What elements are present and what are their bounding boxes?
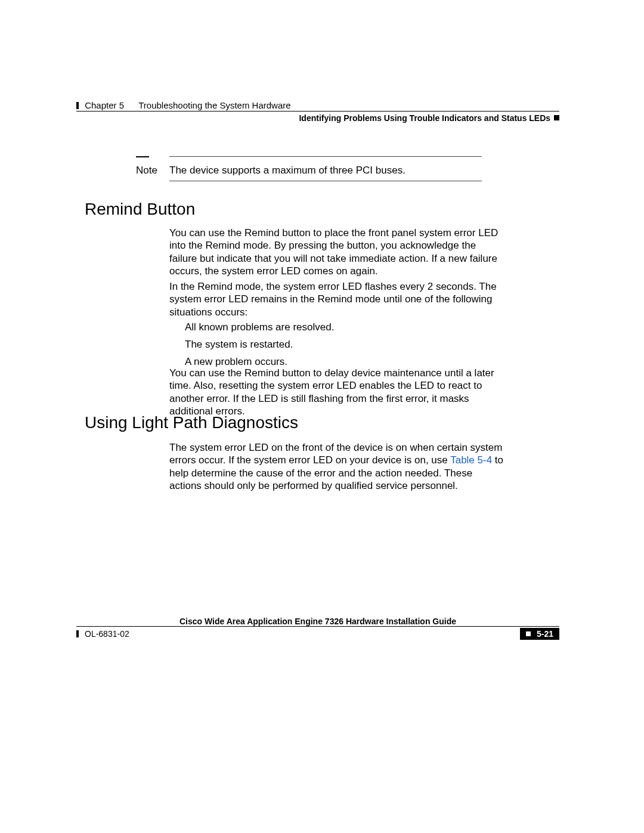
paragraph: You can use the Remind button to place t… bbox=[169, 227, 506, 277]
heading-light-path: Using Light Path Diagnostics bbox=[85, 414, 298, 432]
note-bottom-rule bbox=[169, 181, 482, 181]
running-header: Chapter 5 Troubleshooting the System Har… bbox=[76, 100, 559, 111]
page-footer: Cisco Wide Area Application Engine 7326 … bbox=[76, 614, 559, 641]
section-path-text: Identifying Problems Using Trouble Indic… bbox=[299, 113, 550, 123]
paragraph: In the Remind mode, the system error LED… bbox=[169, 280, 506, 318]
chapter-title: Troubleshooting the System Hardware bbox=[138, 100, 290, 110]
table-link[interactable]: Table 5-4 bbox=[450, 454, 492, 466]
footer-rule bbox=[76, 626, 559, 627]
bullet-list: All known problems are resolved. The sys… bbox=[185, 319, 495, 371]
note-top-rule-short bbox=[136, 156, 149, 157]
chapter-number: Chapter 5 bbox=[85, 100, 124, 110]
note-block: Note The device supports a maximum of th… bbox=[136, 156, 482, 176]
note-label: Note bbox=[136, 165, 169, 176]
paragraph: You can use the Remind button to delay d… bbox=[169, 367, 506, 417]
heading-remind-button: Remind Button bbox=[85, 200, 195, 219]
header-rule bbox=[76, 111, 559, 112]
section-path: Identifying Problems Using Trouble Indic… bbox=[299, 113, 559, 123]
header-square-icon bbox=[554, 115, 559, 120]
header-top-line: Chapter 5 Troubleshooting the System Har… bbox=[76, 100, 559, 111]
footer-title: Cisco Wide Area Application Engine 7326 … bbox=[76, 617, 559, 626]
footer-doc-id: OL-6831-02 bbox=[85, 629, 129, 639]
document-page: Chapter 5 Troubleshooting the System Har… bbox=[0, 0, 644, 833]
paragraph: The system error LED on the front of the… bbox=[169, 441, 506, 492]
footer-left-bar-icon bbox=[76, 630, 79, 637]
page-number: 5-21 bbox=[520, 628, 559, 640]
note-text: The device supports a maximum of three P… bbox=[169, 165, 405, 176]
list-item: All known problems are resolved. bbox=[185, 319, 495, 335]
header-left-bar-icon bbox=[76, 102, 79, 109]
list-item: The system is restarted. bbox=[185, 336, 495, 352]
note-top-rule-long bbox=[169, 156, 482, 157]
